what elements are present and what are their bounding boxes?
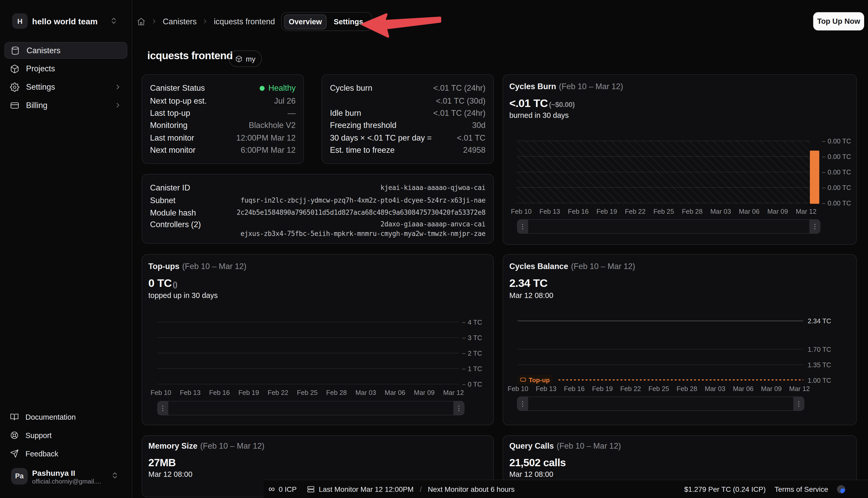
user-avatar[interactable]: Pa — [11, 468, 28, 485]
breadcrumb-canisters[interactable]: Canisters — [163, 17, 197, 26]
row-label: Idle burn — [330, 108, 361, 117]
row-label: Est. time to freeze — [330, 146, 395, 155]
tc-rate: $1.279 Per TC (0.24 ICP) — [684, 485, 766, 493]
slider-left-handle[interactable] — [517, 396, 528, 411]
row-label: 30 days × <.01 TC per day = — [330, 133, 432, 142]
tab-overview[interactable]: Overview — [284, 14, 326, 29]
y-tick: 2 TC — [462, 350, 482, 357]
sidebar-item-billing[interactable]: Billing — [4, 97, 128, 114]
row-label: Controllers (2) — [150, 220, 201, 229]
x-axis: Feb 10Feb 13Feb 16Feb 19Feb 22Feb 25Feb … — [508, 385, 810, 393]
controllers-value[interactable]: 2daxo-giaaa-aaaap-anvca-caiejxus-zb3x4-7… — [241, 220, 485, 239]
top-up-now-button[interactable]: Top Up Now — [813, 12, 864, 30]
module-hash-value[interactable]: 2c24b5e1584890a7965011d5d1d827aca68c489c… — [237, 209, 485, 217]
chart-caption: Mar 12 08:00 — [509, 291, 553, 300]
network-status-logo-icon[interactable] — [837, 485, 845, 493]
slider-left-handle[interactable] — [517, 219, 528, 234]
chart-caption: burned in 30 days — [509, 112, 569, 120]
cycles-burn-card: Cycles burn<.01 TC (24hr) <.01 TC (30d) … — [322, 74, 494, 164]
cube-icon — [10, 64, 19, 73]
row-label: Canister Status — [150, 84, 205, 92]
sidebar-item-label: Settings — [26, 82, 55, 91]
icp-balance[interactable]: 0 ICP — [279, 485, 297, 493]
chart-big-value: 2.34 TC — [509, 277, 547, 289]
sidebar-item-settings[interactable]: Settings — [4, 79, 128, 95]
chevron-right-icon — [114, 83, 122, 91]
terms-of-service-link[interactable]: Terms of Service — [774, 485, 828, 493]
team-name[interactable]: hello world team — [32, 13, 98, 29]
range-slider[interactable] — [517, 396, 804, 411]
team-switcher-chevrons-icon[interactable] — [109, 16, 118, 25]
main-area: Canisters icquests frontend Overview Set… — [132, 0, 868, 498]
sidebar-item-label: Documentation — [26, 413, 76, 421]
slider-right-handle[interactable] — [453, 401, 465, 415]
home-icon[interactable] — [137, 17, 145, 26]
burn-row: Est. time to freeze24958 — [322, 144, 493, 156]
tab-bar: Overview Settings — [281, 12, 372, 31]
slider-left-handle[interactable] — [157, 401, 169, 415]
range-slider[interactable] — [157, 401, 465, 415]
row-value: <.01 TC (24hr) — [433, 84, 485, 92]
app-root: H hello world team Canisters Projects Se… — [0, 0, 868, 498]
canister-id-value[interactable]: kjeai-kiaaa-aaaao-qjwoa-cai — [380, 184, 485, 192]
slider-right-handle[interactable] — [793, 396, 804, 411]
burn-row: Idle burn<.01 TC (24hr) — [322, 107, 493, 119]
row-label: Last top-up — [150, 108, 190, 117]
canister-id-card: Canister IDkjeai-kiaaa-aaaao-qjwoa-cai S… — [142, 174, 494, 244]
infinity-icon: ∞ — [268, 485, 275, 493]
sidebar-nav: Canisters Projects Settings Billing — [4, 42, 128, 115]
breadcrumb-current: icquests frontend — [214, 17, 275, 26]
top-ups-chart-card: Top-ups(Feb 10 – Mar 12) 0 TC() topped u… — [142, 254, 494, 425]
last-monitor-text: Last Monitor Mar 12 12:00PM — [319, 485, 414, 493]
y-tick: 0.00 TC — [822, 184, 851, 192]
sidebar-item-label: Feedback — [26, 449, 58, 458]
chart-caption: Mar 12 08:00 — [509, 470, 553, 479]
user-switcher-chevrons-icon[interactable] — [111, 471, 119, 480]
y-tick: 1.70 TC — [807, 345, 831, 353]
chart-big-value: 21,502 calls — [509, 457, 566, 469]
subnet-value[interactable]: fuqsr-in2lc-zbcjj-ydmcw-pzq7h-4xm2z-pto4… — [241, 196, 485, 204]
slider-right-handle[interactable] — [809, 219, 820, 234]
user-name[interactable]: Pashunya II — [32, 469, 75, 477]
gear-icon — [10, 82, 19, 91]
status-row: Canister StatusHealthy — [142, 82, 304, 94]
burn-bar[interactable] — [810, 151, 819, 204]
burn-row: Cycles burn<.01 TC (24hr) — [322, 82, 493, 94]
top-up-threshold-chip[interactable]: Top-up — [518, 375, 552, 384]
cycles-balance-plot — [518, 321, 803, 380]
y-tick: 4 TC — [462, 318, 482, 326]
chart-big-value: 0 TC() — [148, 277, 177, 289]
sidebar-item-canisters[interactable]: Canisters — [4, 42, 128, 59]
sidebar-item-label: Support — [26, 431, 52, 439]
sidebar-item-documentation[interactable]: Documentation — [4, 409, 128, 425]
y-tick: 0.00 TC — [822, 153, 851, 160]
row-value: 30d — [472, 121, 485, 130]
row-value: 24958 — [463, 146, 485, 155]
row-label: Next top-up est. — [150, 96, 207, 105]
server-icon — [307, 485, 315, 493]
row-value: <.01 TC (24hr) — [433, 108, 485, 117]
id-row: Subnetfuqsr-in2lc-zbcjj-ydmcw-pzq7h-4xm2… — [142, 194, 493, 207]
sidebar-item-projects[interactable]: Projects — [4, 61, 128, 77]
y-tick: 1.00 TC — [807, 377, 831, 384]
next-monitor-text: Next Monitor about 6 hours — [428, 485, 515, 493]
send-icon — [10, 449, 19, 458]
y-tick: 1 TC — [462, 365, 482, 373]
sidebar-item-support[interactable]: Support — [4, 427, 128, 444]
row-label: Monitoring — [150, 121, 188, 130]
chart-caption: topped up in 30 days — [148, 291, 218, 300]
row-value: Jul 26 — [274, 96, 295, 105]
healthy-dot-icon — [259, 86, 265, 90]
canister-icon — [11, 46, 20, 55]
range-slider[interactable] — [517, 219, 820, 234]
sidebar-item-label: Billing — [26, 101, 48, 109]
row-label: Module hash — [150, 208, 196, 217]
sidebar-item-feedback[interactable]: Feedback — [4, 445, 128, 462]
team-avatar[interactable]: H — [12, 13, 28, 29]
row-label: Subnet — [150, 196, 176, 205]
chart-title: Top-ups(Feb 10 – Mar 12) — [148, 262, 246, 271]
cube-icon — [235, 55, 243, 62]
sidebar: H hello world team Canisters Projects Se… — [0, 0, 132, 498]
chevron-right-icon — [114, 101, 122, 109]
project-tag[interactable]: my — [229, 50, 262, 67]
